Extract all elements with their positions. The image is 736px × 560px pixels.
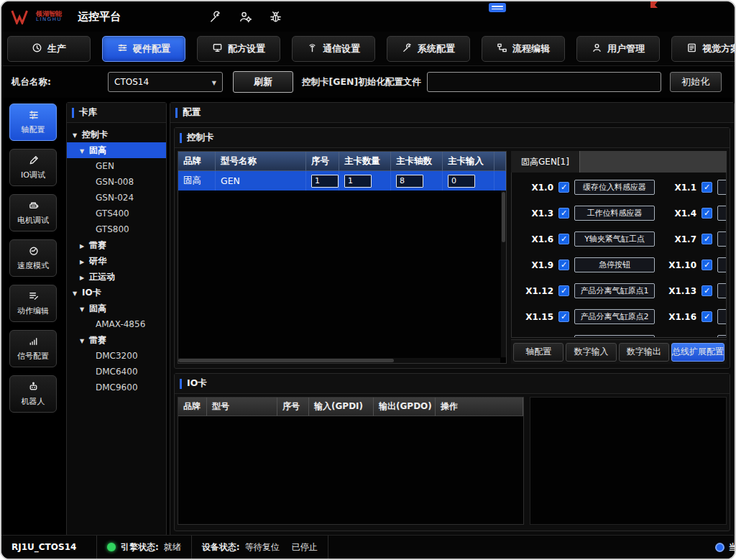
checkbox-checked-icon[interactable] (702, 337, 712, 338)
main-inputs-input[interactable] (448, 175, 475, 188)
machine-select[interactable]: CTOS14 (108, 72, 223, 92)
checkbox-checked-icon[interactable] (702, 182, 712, 193)
io-id-label: X1.6 (516, 234, 553, 244)
checkbox-checked-icon[interactable] (558, 208, 569, 219)
io-point-button[interactable]: 急停按钮 (574, 257, 655, 272)
vertical-scrollbar[interactable] (501, 191, 506, 357)
tab-flow-edit[interactable]: 流程编辑 (482, 36, 565, 62)
titlebar: 领湖智能 LINGHU 运控平台 (1, 1, 735, 32)
tab-vision-solution[interactable]: 视觉方案 (671, 36, 735, 62)
sidebar-item-robot[interactable]: 机器人 (9, 375, 57, 413)
tab-bus-expansion-config[interactable]: 总线扩展配置 (671, 343, 724, 362)
tree-item-control-card[interactable]: 控制卡 (67, 127, 166, 142)
tab-recipe-settings[interactable]: 配方设置 (197, 36, 280, 62)
checkbox-checked-icon[interactable] (558, 260, 569, 270)
checkbox-checked-icon[interactable] (702, 260, 712, 270)
tree-item-yanhua[interactable]: 研华 (67, 253, 166, 269)
sidebar-item-label: 机器人 (22, 396, 45, 407)
tree-item-label: 雷赛 (89, 334, 106, 346)
tree-item-googol[interactable]: 固高 (67, 142, 166, 158)
checkbox-checked-icon[interactable] (558, 182, 569, 193)
io-point-button[interactable]: 产品分离气缸原点1 (574, 283, 655, 298)
tree-item-zmotion[interactable]: 正运动 (67, 269, 166, 285)
seq-input[interactable] (311, 175, 339, 188)
initialize-button[interactable]: 初始化 (670, 72, 722, 92)
sidebar-item-signal-config[interactable]: 信号配置 (9, 330, 57, 367)
io-point-button[interactable]: Y轴夹 (717, 231, 727, 247)
tab-digital-output[interactable]: 数字输出 (619, 343, 669, 362)
sidebar-item-axis-config[interactable]: 轴配置 (9, 104, 57, 141)
tree-item-gen[interactable]: GEN (67, 158, 166, 174)
checkbox-checked-icon[interactable] (702, 234, 712, 244)
tree-item-leisai-io[interactable]: 雷赛 (67, 332, 166, 348)
table-header-row: 品牌 型号名称 序号 主卡数量 主卡轴数 主卡输入 (178, 152, 506, 171)
window-lines-icon[interactable] (489, 3, 506, 12)
tab-label: 生产 (47, 42, 66, 55)
init-file-input[interactable] (427, 72, 661, 92)
checkbox-checked-icon[interactable] (702, 208, 712, 219)
tree-item-amax-4856[interactable]: AMAX-4856 (67, 316, 166, 332)
io-point-button[interactable]: 缓存位 (717, 180, 727, 195)
checkbox-checked-icon[interactable] (702, 311, 712, 322)
sidebar-item-motor-debug[interactable]: 电机调试 (9, 194, 57, 231)
io-id-label: X1.13 (665, 286, 696, 296)
tree-item-leisai[interactable]: 雷赛 (67, 237, 166, 253)
wrench-icon[interactable] (207, 9, 223, 24)
tab-user-management[interactable]: 用户管理 (576, 36, 660, 62)
io-point-button[interactable] (717, 335, 727, 338)
tab-production[interactable]: 生产 (7, 36, 91, 62)
checkbox-checked-icon[interactable] (558, 234, 569, 244)
tab-googol-gen-1[interactable]: 固高GEN[1] (511, 151, 580, 173)
tree-item-googol-io[interactable]: 固高 (67, 300, 166, 316)
user-gear-icon[interactable] (237, 9, 253, 24)
scrollbar-thumb[interactable] (178, 359, 394, 362)
tree-item-gsn-008[interactable]: GSN-008 (67, 174, 166, 190)
horizontal-scrollbar[interactable] (178, 358, 500, 363)
io-point-button[interactable]: 门磁检 (574, 335, 655, 338)
column-header: 主卡输入 (443, 152, 494, 171)
sidebar-item-speed-mode[interactable]: 速度模式 (9, 239, 57, 277)
wrench-icon (402, 42, 413, 55)
io-point-button[interactable]: 产品分 (717, 283, 727, 298)
tab-communication-settings[interactable]: 通信设置 (292, 36, 375, 62)
io-card-detail-empty (530, 397, 727, 525)
io-point-button[interactable]: 整机气 (717, 257, 727, 272)
io-point-button[interactable]: Y轴夹紧气缸工点 (574, 231, 655, 247)
tree-item-gts800[interactable]: GTS800 (67, 221, 166, 237)
tree-item-dmc9600[interactable]: DMC9600 (67, 380, 166, 395)
io-point-button[interactable]: 门磁检 (717, 309, 727, 324)
io-point-button[interactable]: 产品分离气缸原点2 (574, 309, 655, 324)
checkbox-checked-icon[interactable] (702, 285, 712, 296)
chevron-down-icon (80, 145, 89, 155)
io-id-label: X1.15 (516, 312, 553, 322)
sidebar-item-io-debug[interactable]: IO调试 (9, 149, 57, 186)
tree-item-dmc6400[interactable]: DMC6400 (67, 364, 166, 380)
io-point-button[interactable]: 顶升气 (717, 206, 727, 221)
tree-item-dmc3200[interactable]: DMC3200 (67, 348, 166, 364)
tab-hardware-config[interactable]: 硬件配置 (102, 36, 185, 62)
config-header: 配置 (170, 103, 734, 123)
main-axes-input[interactable] (396, 175, 423, 188)
main-count-input[interactable] (344, 175, 372, 188)
sidebar-item-action-edit[interactable]: 动作编辑 (9, 285, 57, 322)
tree-item-gts400[interactable]: GTS400 (67, 206, 166, 221)
tab-digital-input[interactable]: 数字输入 (566, 343, 616, 362)
toolbar: 机台名称: CTOS14 刷新 控制卡[GEN]初始化配置文件 初始化 (1, 66, 735, 98)
scrollbar-thumb[interactable] (502, 192, 505, 242)
tab-system-config[interactable]: 系统配置 (387, 36, 470, 62)
robot-icon (28, 381, 39, 394)
io-id-label: X1.4 (665, 208, 696, 219)
refresh-button[interactable]: 刷新 (233, 71, 293, 93)
bug-icon[interactable] (267, 9, 283, 24)
chevron-down-icon (73, 129, 82, 139)
table-row[interactable]: 固高 GEN (178, 171, 506, 191)
checkbox-checked-icon[interactable] (558, 285, 569, 296)
io-point-button[interactable]: 工作位料感应器 (574, 206, 655, 221)
sidebar-item-label: IO调试 (21, 170, 45, 180)
checkbox-checked-icon[interactable] (558, 337, 569, 338)
checkbox-checked-icon[interactable] (558, 311, 569, 322)
tree-item-io-card[interactable]: IO卡 (67, 285, 166, 300)
tree-item-gsn-024[interactable]: GSN-024 (67, 190, 166, 206)
io-point-button[interactable]: 缓存位入料感应器 (574, 180, 655, 195)
tab-axis-config[interactable]: 轴配置 (513, 343, 564, 362)
